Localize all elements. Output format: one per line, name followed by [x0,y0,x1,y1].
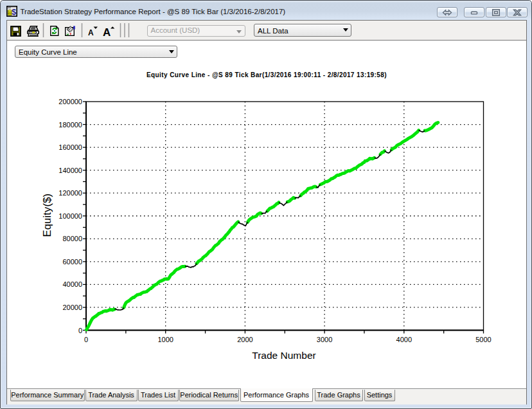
svg-text:A: A [88,28,94,37]
svg-text:$: $ [12,8,16,17]
svg-text:A: A [103,26,111,39]
